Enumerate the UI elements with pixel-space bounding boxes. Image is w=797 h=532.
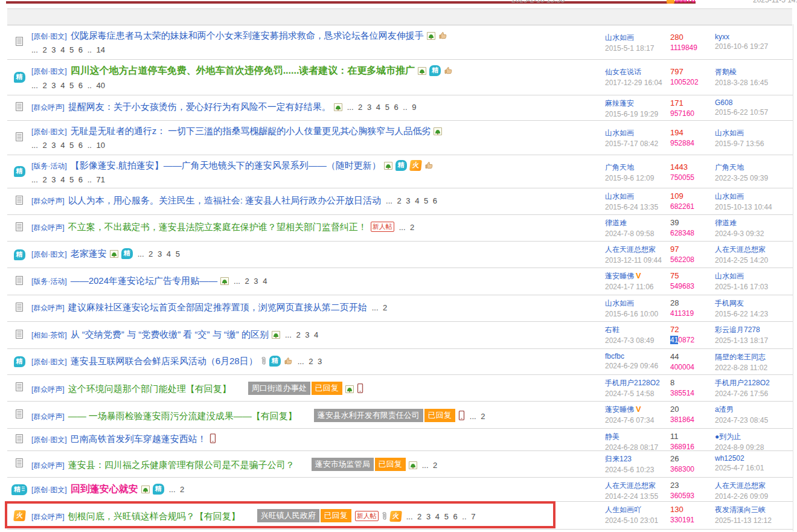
page-links[interactable]: ... 2 3: [298, 357, 322, 366]
lastpost-user[interactable]: a渣男: [715, 405, 793, 415]
page-links[interactable]: ... 2: [470, 412, 485, 421]
thread-category[interactable]: [群众呼声]: [31, 412, 65, 421]
page-links[interactable]: ... 2 3 4 5 6: [386, 196, 437, 205]
author-name[interactable]: 右鞋: [605, 325, 670, 335]
author-name[interactable]: 归来123: [605, 454, 670, 464]
author-name[interactable]: 手机用户2128O2: [605, 378, 670, 388]
thread-row: [群众呼声]蓬安县：四川福之乐健康管理有限公司是不是骗子公司？蓬安市场监管局已回…: [7, 451, 793, 478]
author-name[interactable]: 蓬安睡佛V: [605, 271, 670, 281]
page-links[interactable]: ... 2 3 4 5 6 .. 9: [347, 103, 417, 112]
thread-title[interactable]: 从 “交纳党费” 与 “党费收缴” 看 “交” 与 “缴” 的区别: [71, 329, 269, 339]
lastpost-user[interactable]: 胥鹅棱: [715, 67, 793, 77]
thread-title[interactable]: —— 一场暴雨检验蓬安雨污分流建没成果——【有回复】: [68, 411, 297, 421]
lastpost-user[interactable]: 隔壁的老王同志: [715, 352, 793, 362]
lastpost-user[interactable]: ●到为止: [715, 432, 793, 442]
thread-icon: [15, 329, 24, 342]
thread-category[interactable]: [版务·活动]: [31, 277, 67, 286]
page-links[interactable]: ... 2 3 4 5 6 .. 14: [31, 45, 105, 54]
thread-line: [原创·图文]巴南高铁首发列车穿越蓬安西站！: [31, 434, 605, 445]
thread-title[interactable]: 建议麻辣社区蓬安论坛首页全部固定推荐置顶，浏览网页直接从第二页开始: [68, 302, 367, 312]
author-name[interactable]: 山水如画: [605, 298, 670, 309]
thread-category[interactable]: [群众呼声]: [31, 223, 65, 232]
author-name[interactable]: 山水如画: [605, 191, 670, 202]
view-count: 952884: [670, 139, 715, 147]
lastpost-user[interactable]: G608: [715, 98, 793, 107]
thread-category[interactable]: [相如·茶馆]: [31, 331, 67, 339]
thread-line: [群众呼声]建议麻辣社区蓬安论坛首页全部固定推荐置顶，浏览网页直接从第二页开始.…: [31, 302, 605, 313]
thread-title[interactable]: 以人为本，用心服务。关注民生，造福社会: 蓬安县人社局行政办公开放日活动: [68, 195, 381, 205]
thread-title[interactable]: 巴南高铁首发列车穿越蓬安西站！: [71, 434, 206, 444]
thread-category[interactable]: [原创·图文]: [31, 486, 67, 494]
thread-title[interactable]: 不立案，不出裁定书，蓬安县法院立案庭在保护谁？望相关部门监督纠正！: [68, 222, 367, 232]
thread-title[interactable]: 刨根问底，兴旺镇这样合规吗？【有回复】: [68, 511, 240, 521]
thread-title[interactable]: 蓬安县：四川福之乐健康管理有限公司是不是骗子公司？: [68, 460, 295, 470]
author-name[interactable]: 人在天涯总想家: [605, 245, 670, 255]
author-name[interactable]: 蓬安睡佛V: [605, 405, 670, 415]
thread-category[interactable]: [版务·活动]: [31, 162, 67, 170]
author-name[interactable]: 山水如画: [605, 128, 670, 138]
lastpost-user[interactable]: wh12502: [715, 454, 793, 463]
page-links[interactable]: ... 2 3 4 5 6 .. 71: [31, 175, 105, 184]
lastpost-user[interactable]: 手机用户2128O2: [715, 378, 793, 388]
thread-main-cell: [版务·活动]【影像蓬安.航拍蓬安】——广角天地镜头下的蓬安风景系列——（随时更…: [31, 155, 605, 188]
thread-category[interactable]: [原创·图文]: [31, 357, 67, 366]
page-links[interactable]: ... 2: [169, 485, 185, 494]
lastpost-user[interactable]: 山水如画: [715, 271, 793, 281]
author-name[interactable]: 人生如画吖: [605, 505, 670, 515]
author-name[interactable]: 麻辣蓬安: [605, 98, 670, 109]
page-links[interactable]: ... 2 3 4: [285, 330, 318, 339]
thread-category[interactable]: [群众呼声]: [31, 461, 65, 470]
page-links[interactable]: ... 2: [399, 223, 415, 232]
page-links[interactable]: ... 2: [422, 461, 438, 470]
image-icon: [141, 486, 150, 493]
author-name[interactable]: 人在天涯总想家: [605, 481, 670, 491]
post-date: 2024-7-8 09:58: [605, 229, 670, 238]
page-links[interactable]: ... 2 3 4 5 6 .. 7: [406, 512, 476, 521]
thread-category[interactable]: [群众呼声]: [31, 304, 65, 312]
lastpost-user[interactable]: 彩云追月7278: [715, 325, 793, 335]
author-name[interactable]: 律道难: [605, 218, 670, 228]
thread-category[interactable]: [群众呼声]: [31, 197, 65, 205]
thread-row: [原创·图文]仪陇尿毒症患者马太荣的妹妹和两个小女来到蓬安募捐求救命，恳求论坛各…: [7, 25, 793, 60]
thread-category[interactable]: [群众呼声]: [31, 513, 65, 521]
thread-category[interactable]: [原创·图文]: [31, 250, 67, 258]
lastpost-user[interactable]: 山水如画: [715, 191, 793, 202]
thread-category[interactable]: [群众呼声]: [31, 103, 65, 112]
author-name[interactable]: 广角天地: [605, 162, 670, 173]
lastpost-user[interactable]: 律道难: [715, 218, 793, 228]
thread-title[interactable]: ——2024年蓬安论坛广告专用贴——: [71, 275, 217, 286]
image-icon: [418, 67, 426, 75]
page-links[interactable]: ... 2: [372, 303, 388, 312]
lastpost-user[interactable]: 山水如画: [715, 128, 793, 138]
thread-category[interactable]: [原创·图文]: [31, 67, 67, 75]
thread-category[interactable]: [原创·图文]: [31, 32, 67, 40]
author-name[interactable]: 仙女在说话: [605, 67, 670, 77]
scrollbar-track[interactable]: [793, 24, 793, 531]
thread-category[interactable]: [原创·图文]: [31, 435, 67, 444]
thread-title[interactable]: 无耻是无耻者的通行z： 一切下三滥的指桑骂槐龌龊的小人伎量更见其心胸狭窄与人品低…: [71, 126, 431, 136]
page-links[interactable]: ... 2 3 4 5 6 .. 10: [31, 141, 105, 150]
lastpost-user[interactable]: 广角天地: [715, 162, 793, 173]
lastpost-user[interactable]: 人在天涯总想家: [715, 481, 793, 491]
thread-icon-cell: [7, 429, 31, 450]
page-links[interactable]: ... 2 3 4 5 6 .. 40: [31, 81, 105, 90]
author-name[interactable]: 静美: [605, 432, 670, 442]
thread-title[interactable]: 提醒网友：关于小女孩烫伤，爱心好行为有风险不一定有好结果。: [68, 101, 331, 112]
lastpost-user[interactable]: 夜发清溪向三峡: [715, 505, 793, 515]
thread-title[interactable]: 仪陇尿毒症患者马太荣的妹妹和两个小女来到蓬安募捐求救命，恳求论坛各位网友伸援手: [71, 30, 424, 40]
thread-title[interactable]: 【影像蓬安.航拍蓬安】——广角天地镜头下的蓬安风景系列——（随时更新）: [71, 160, 381, 170]
page-links[interactable]: ... 2 3 4: [234, 277, 267, 286]
thread-title[interactable]: 四川这个地方占道停车免费、外地车首次违停免罚......读者建议：在更多城市推广: [71, 65, 415, 75]
thread-title[interactable]: 蓬安县互联网联合会鲜店采风活动（6月28日）: [71, 356, 258, 366]
thread-category[interactable]: [群众呼声]: [31, 385, 65, 394]
lastpost-user[interactable]: 手机网友: [715, 298, 793, 309]
thread-title[interactable]: 老家蓬安: [71, 248, 107, 258]
lastpost-user[interactable]: kyxx: [715, 33, 793, 41]
thread-title[interactable]: 回到蓬安心就安: [71, 484, 138, 494]
thread-category[interactable]: [原创·图文]: [31, 127, 67, 136]
author-name[interactable]: 山水如画: [605, 33, 670, 43]
thread-title[interactable]: 这个环境问题那个部门能处理【有回复】: [68, 383, 231, 394]
author-name[interactable]: fbcfbc: [605, 352, 670, 361]
page-links[interactable]: ... 2 3 4 5: [138, 249, 180, 258]
lastpost-user[interactable]: 人在天涯总想家: [715, 245, 793, 255]
